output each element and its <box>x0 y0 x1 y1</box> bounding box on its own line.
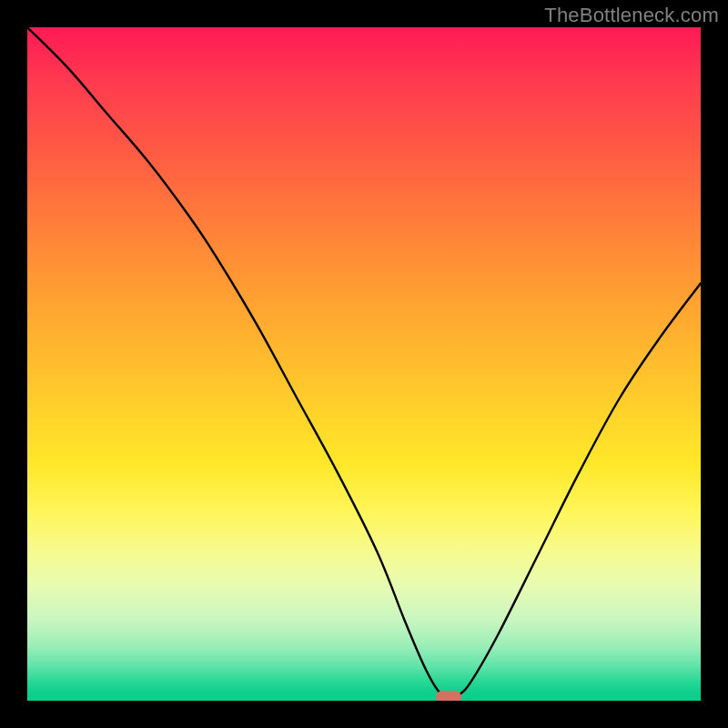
stage: TheBottleneck.com <box>0 0 728 728</box>
bottleneck-curve <box>27 27 701 701</box>
optimal-marker <box>436 691 461 701</box>
watermark-text: TheBottleneck.com <box>544 4 719 27</box>
plot-area <box>27 27 701 701</box>
